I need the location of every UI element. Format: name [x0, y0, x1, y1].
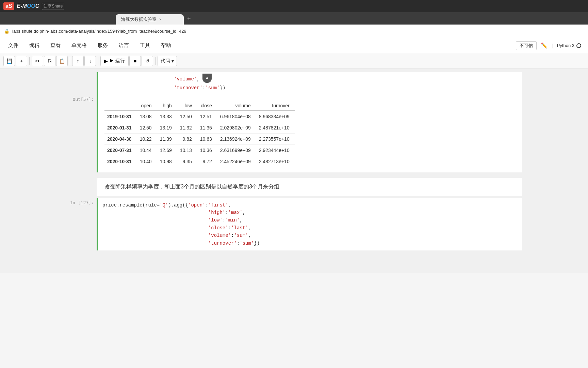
partial-code-line2: 'turnover':'sum'})	[102, 84, 517, 92]
menu-file[interactable]: 文件	[7, 41, 20, 50]
code-block-127[interactable]: price.resample(rule='Q').agg({'open':'fi…	[97, 198, 522, 250]
move-up-button[interactable]: ↑	[72, 56, 84, 66]
code-line-5: 'volume':'sum',	[102, 232, 517, 239]
menu-language[interactable]: 语言	[117, 41, 130, 50]
text-cell-content: 改变降采样频率为季度，和上面3个月的区别是以自然季度的3个月来分组	[97, 178, 522, 196]
col-header-low: low	[177, 101, 197, 111]
col-header-index	[104, 101, 137, 111]
run-button[interactable]: ▶ ▶ 运行	[100, 56, 129, 66]
table-cell-value: 6.961804e+08	[217, 111, 256, 122]
code-str-high: 'high'	[208, 210, 225, 215]
not-trusted-button[interactable]: 不可信	[516, 41, 537, 50]
menu-tools[interactable]: 工具	[138, 41, 151, 50]
table-cell-value: 12.69	[157, 144, 177, 156]
input-label-127: In [127]:	[70, 200, 94, 205]
separator: |	[552, 43, 553, 48]
output-cell-57: Out[57]: open high low close volume turn…	[66, 95, 522, 172]
text-cell-wrapper: 改变降采样频率为季度，和上面3个月的区别是以自然季度的3个月来分组	[66, 175, 522, 196]
edit-icon[interactable]: ✏️	[541, 42, 548, 49]
code-str-turnover: 'turnover'	[208, 241, 237, 246]
table-cell-value: 12.51	[197, 111, 217, 122]
cell-type-dropdown[interactable]: 代码 ▾	[158, 56, 177, 66]
output-content-57: open high low close volume turnover 2019…	[97, 95, 522, 172]
cell-type-label: 代码	[161, 58, 170, 64]
table-cell-value: 8.968334e+09	[256, 111, 295, 122]
table-cell-value: 10.22	[137, 133, 157, 144]
cell-output-wrapper-top: 'volume', ▲ 'turnover':'sum'})	[66, 72, 522, 95]
kernel-status-circle	[576, 43, 581, 48]
code-str-close: 'close'	[208, 225, 228, 231]
code-str-Q: 'Q'	[160, 202, 168, 208]
code-str-last: 'last'	[231, 225, 248, 231]
table-cell-value: 2.487821e+10	[256, 122, 295, 133]
table-cell-date: 2020-04-30	[104, 133, 137, 144]
partial-code-line1: 'volume', ▲	[102, 75, 517, 84]
table-cell-value: 2.631699e+09	[217, 144, 256, 156]
add-cell-button[interactable]: +	[16, 56, 27, 66]
cut-button[interactable]: ✂	[32, 56, 43, 66]
logo-knowledge: 知享Share	[42, 3, 64, 10]
table-cell-date: 2020-10-31	[104, 156, 137, 167]
code-str-min: 'min'	[225, 217, 240, 223]
table-row: 2020-04-3010.2211.399.8210.632.136924e+0…	[104, 133, 295, 144]
table-cell-value: 10.40	[137, 156, 157, 167]
menu-service[interactable]: 服务	[96, 41, 109, 50]
copy-button[interactable]: ⎘	[44, 56, 55, 66]
table-cell-value: 11.35	[197, 122, 217, 133]
active-tab[interactable]: 海豚大数据实验室 ×	[116, 14, 184, 25]
partial-code-block: 'volume', ▲ 'turnover':'sum'})	[97, 72, 522, 95]
new-tab-button[interactable]: +	[184, 15, 194, 22]
table-cell-value: 12.50	[177, 111, 197, 122]
table-body: 2019-10-3113.0813.3312.5012.516.961804e+…	[104, 111, 295, 167]
col-header-high: high	[157, 101, 177, 111]
save-button[interactable]: 💾	[3, 56, 15, 66]
table-cell-value: 13.08	[137, 111, 157, 122]
code-colon-1: :	[205, 202, 208, 208]
table-cell-date: 2020-01-31	[104, 122, 137, 133]
menu-help[interactable]: 帮助	[160, 41, 173, 50]
col-header-close: close	[197, 101, 217, 111]
kernel-info: Python 3	[557, 43, 581, 48]
run-label: ▶ 运行	[109, 58, 125, 64]
code-str-open: 'open'	[188, 202, 205, 208]
table-row: 2020-07-3110.4412.6910.1310.362.631699e+…	[104, 144, 295, 156]
stop-button[interactable]: ■	[129, 56, 141, 66]
address-bar: 🔒 labs.shufe.dolphin-labs.com/data-analy…	[0, 25, 588, 38]
tab-bar: 海豚大数据实验室 × +	[0, 12, 588, 25]
table-cell-value: 10.98	[157, 156, 177, 167]
code-str-sum-t: 'sum'	[240, 241, 254, 246]
table-cell-value: 12.50	[137, 122, 157, 133]
table-cell-value: 13.33	[157, 111, 177, 122]
toolbar-separator-2	[70, 57, 70, 65]
table-cell-value: 9.72	[197, 156, 217, 167]
col-header-turnover: turnover	[256, 101, 295, 111]
restart-button[interactable]: ↺	[142, 56, 153, 66]
menu-right: 不可信 ✏️ | Python 3	[516, 41, 581, 50]
browser-logos: aS E-MOOC 知享Share	[3, 2, 64, 10]
code-str-volume: 'volume'	[208, 233, 231, 238]
table-cell-value: 9.35	[177, 156, 197, 167]
table-cell-value: 2.029802e+09	[217, 122, 256, 133]
tab-close-button[interactable]: ×	[159, 17, 162, 22]
run-icon: ▶	[104, 58, 108, 64]
notebook: 'volume', ▲ 'turnover':'sum'}) Out[57]:	[0, 69, 588, 273]
output-label-57: Out[57]:	[72, 97, 94, 102]
menu-cell[interactable]: 单元格	[70, 41, 88, 50]
text-cell-text: 改变降采样频率为季度，和上面3个月的区别是以自然季度的3个月来分组	[104, 184, 279, 189]
cell-gutter-top	[66, 72, 97, 95]
scroll-popup: ▲	[202, 74, 212, 83]
move-down-button[interactable]: ↓	[84, 56, 96, 66]
menu-edit[interactable]: 编辑	[28, 41, 41, 50]
menu-view[interactable]: 查看	[49, 41, 62, 50]
table-cell-value: 11.32	[177, 122, 197, 133]
output-table: open high low close volume turnover 2019…	[104, 101, 295, 167]
input-cell-127: In [127]: price.resample(rule='Q').agg({…	[66, 198, 522, 250]
code-str-sum-v: 'sum'	[234, 233, 248, 238]
table-cell-value: 2.482713e+10	[256, 156, 295, 167]
col-header-volume: volume	[217, 101, 256, 111]
toolbar: 💾 + ✂ ⎘ 📋 ↑ ↓ ▶ ▶ 运行 ■ ↺ 代码 ▾	[0, 53, 588, 69]
logo-as: aS	[3, 2, 14, 10]
table-cell-value: 2.136924e+09	[217, 133, 256, 144]
paste-button[interactable]: 📋	[56, 56, 68, 66]
output-gutter-57: Out[57]:	[66, 95, 97, 172]
